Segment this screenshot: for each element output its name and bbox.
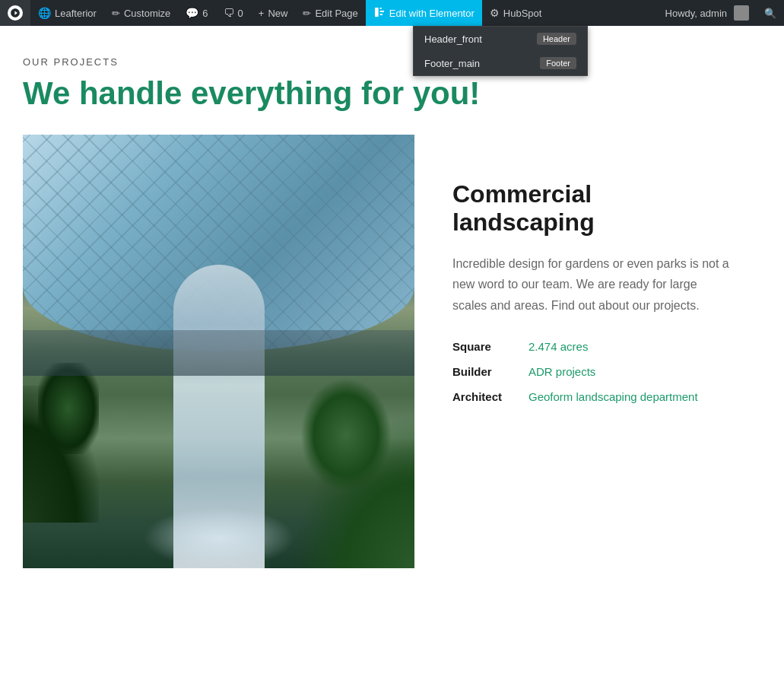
svg-rect-3 xyxy=(379,14,382,15)
hubspot-icon: ⚙ xyxy=(490,7,500,19)
site-name-button[interactable]: 🌐 Leafterior xyxy=(30,0,104,26)
hubspot-label: HubSpot xyxy=(503,8,542,19)
admin-bar: 🌐 Leafterior ✏ Customize 💬 6 🗨 0 + New ✏… xyxy=(0,0,784,26)
builder-value: ADR projects xyxy=(528,365,595,378)
speech-bubble-icon: 💬 xyxy=(186,7,198,19)
pending-comments-button[interactable]: 🗨 0 xyxy=(216,0,251,26)
globe-icon: 🌐 xyxy=(38,7,51,19)
architect-value: Geoform landscaping department xyxy=(528,390,698,403)
user-profile-button[interactable]: Howdy, admin xyxy=(658,0,757,26)
foliage-left-upper xyxy=(38,363,99,454)
footer-type-badge: Footer xyxy=(540,57,576,69)
foliage-upper xyxy=(300,378,392,492)
waterfall-mist xyxy=(143,507,295,568)
comments-bubble-button[interactable]: 💬 6 xyxy=(178,0,215,26)
project-title: Commercial landscaping xyxy=(452,180,731,237)
meta-row-square: Square 2.474 acres xyxy=(452,340,731,353)
square-value: 2.474 acres xyxy=(528,340,588,353)
elementor-dropdown: Header_front Header Footer_main Footer xyxy=(413,26,588,76)
square-label: Square xyxy=(452,340,513,353)
architect-label: Architect xyxy=(452,390,513,403)
edit-elementor-button[interactable]: Edit with Elementor xyxy=(366,0,482,26)
howdy-label: Howdy, admin xyxy=(665,8,727,19)
project-meta: Square 2.474 acres Builder ADR projects … xyxy=(452,340,731,403)
edit-page-button[interactable]: ✏ Edit Page xyxy=(295,0,365,26)
edit-elementor-label: Edit with Elementor xyxy=(389,8,475,19)
new-content-button[interactable]: + New xyxy=(251,0,296,26)
project-description: Incredible design for gardens or even pa… xyxy=(452,253,731,316)
site-name-label: Leafterior xyxy=(55,8,97,19)
search-icon: 🔍 xyxy=(764,8,776,19)
header-front-label: Header_front xyxy=(424,33,482,45)
avatar xyxy=(734,5,749,21)
elementor-icon xyxy=(373,6,386,21)
svg-rect-2 xyxy=(379,11,383,12)
tier-level xyxy=(23,330,414,376)
builder-label: Builder xyxy=(452,365,513,378)
new-label: New xyxy=(268,8,287,19)
page-content: OUR PROJECTS We handle everything for yo… xyxy=(0,26,784,599)
meta-row-architect: Architect Geoform landscaping department xyxy=(452,390,731,403)
meta-row-builder: Builder ADR projects xyxy=(452,365,731,378)
header-type-badge: Header xyxy=(537,33,576,45)
hero-title: We handle everything for you! xyxy=(23,75,761,112)
project-section: Commercial landscaping Incredible design… xyxy=(23,135,761,568)
edit-page-label: Edit Page xyxy=(315,8,357,19)
header-front-option[interactable]: Header_front Header xyxy=(414,27,587,51)
section-label: OUR PROJECTS xyxy=(23,56,761,68)
customize-button[interactable]: ✏ Customize xyxy=(104,0,178,26)
svg-rect-0 xyxy=(375,8,379,17)
plus-icon: + xyxy=(259,8,265,19)
wp-logo-icon xyxy=(8,5,23,21)
footer-main-label: Footer_main xyxy=(424,58,480,69)
wp-logo[interactable] xyxy=(0,0,30,26)
admin-search-button[interactable]: 🔍 xyxy=(757,0,784,26)
customize-label: Customize xyxy=(124,8,170,19)
svg-rect-1 xyxy=(379,8,381,9)
customize-icon: ✏ xyxy=(112,8,120,19)
pending-count-label: 0 xyxy=(238,8,243,19)
comments-count-label: 6 xyxy=(202,8,208,19)
comment-icon: 🗨 xyxy=(224,7,234,19)
hubspot-button[interactable]: ⚙ HubSpot xyxy=(482,0,550,26)
image-background xyxy=(23,135,414,568)
project-info: Commercial landscaping Incredible design… xyxy=(414,135,761,568)
edit-page-icon: ✏ xyxy=(303,8,311,19)
project-image xyxy=(23,135,414,568)
footer-main-option[interactable]: Footer_main Footer xyxy=(414,51,587,75)
